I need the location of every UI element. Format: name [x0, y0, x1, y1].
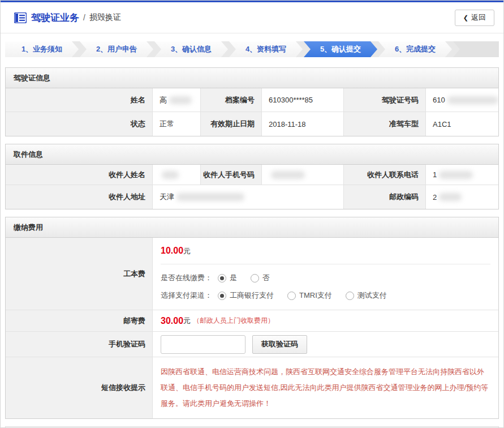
table-row: 收件人地址 天津 邮政编码 2	[6, 185, 498, 209]
breadcrumb-page-title: 损毁换证	[89, 12, 121, 23]
recipient-name-value	[153, 165, 201, 185]
channel-icbc-option[interactable]: 工商银行支付	[218, 290, 274, 301]
sms-code-cell: 获取验证码	[153, 332, 498, 357]
channel-tmri-label: TMRI支付	[299, 290, 332, 301]
online-payment-question: 是否在线缴费：	[161, 273, 212, 283]
chevron-left-icon: ❮	[463, 14, 468, 22]
redaction-blur	[169, 96, 192, 104]
online-no-label: 否	[262, 273, 270, 283]
redaction-blur	[271, 171, 305, 179]
license-number-value: 610	[426, 88, 498, 112]
card-fee-amount: 10.00	[161, 246, 183, 255]
postage-fee-amount: 30.00	[161, 316, 183, 326]
recipient-mobile-value	[262, 165, 344, 185]
step-4-fill-data[interactable]: 4、资料填写	[229, 41, 303, 57]
radio-unselected-icon[interactable]	[287, 292, 296, 300]
file-number-value: 610300****85	[262, 88, 344, 112]
recipient-mobile-label: 收件人手机号码	[201, 165, 262, 185]
pickup-info-section: 取件信息 收件人姓名 收件人手机号码 收件人联系电话 1 收件人地址 天津 邮政…	[5, 144, 499, 209]
redaction-blur	[447, 96, 498, 104]
radio-selected-icon[interactable]	[218, 292, 226, 300]
redaction-blur	[439, 193, 462, 201]
step-2-user-declaration[interactable]: 2、用户申告	[80, 41, 153, 57]
postage-fee-unit: 元	[183, 316, 191, 326]
table-row: 收件人姓名 收件人手机号码 收件人联系电话 1	[6, 165, 498, 185]
redaction-blur	[439, 171, 473, 179]
redaction-blur	[176, 193, 244, 201]
online-yes-option[interactable]: 是	[218, 273, 237, 283]
expiry-date-value: 2018-11-18	[262, 112, 344, 136]
license-number-label: 驾驶证号码	[344, 88, 426, 112]
payment-channel-question: 选择支付渠道：	[161, 290, 212, 301]
channel-icbc-label: 工商银行支付	[230, 290, 274, 301]
sms-notice-row: 短信接收提示 因陕西省联通、电信运营商技术问题，陕西省互联网交通安全综合服务管理…	[6, 357, 498, 418]
sms-notice-text: 因陕西省联通、电信运营商技术问题，陕西省互联网交通安全综合服务管理平台无法向持陕…	[153, 357, 498, 418]
recipient-phone-label: 收件人联系电话	[344, 165, 426, 185]
channel-tmri-option[interactable]: TMRI支付	[287, 290, 332, 301]
radio-unselected-icon[interactable]	[346, 292, 354, 300]
postage-fee-label: 邮寄费	[6, 310, 153, 331]
sms-code-input[interactable]	[161, 335, 245, 354]
vehicle-class-value: A1C1	[426, 112, 498, 136]
expiry-date-label: 有效期止日期	[201, 112, 262, 136]
table-row: 状态 正常 有效期止日期 2018-11-18 准驾车型 A1C1	[6, 112, 498, 136]
sms-code-row: 手机验证码 获取验证码	[6, 332, 498, 357]
name-value: 高	[153, 88, 201, 112]
card-fee-row: 工本费 10.00元 是否在线缴费： 是 否	[6, 238, 498, 310]
card-fee-unit: 元	[183, 247, 191, 255]
payment-channel-question-row: 选择支付渠道： 工商银行支付 TMRI支付 测试支付	[161, 290, 490, 301]
fee-divider	[161, 264, 490, 264]
postal-code-label: 邮政编码	[344, 185, 426, 209]
recipient-address-label: 收件人地址	[6, 185, 153, 209]
postage-fee-cell: 30.00元 （邮政人员上门收取费用）	[153, 310, 498, 331]
status-label: 状态	[6, 112, 153, 136]
redaction-blur	[162, 171, 179, 179]
pickup-info-section-title: 取件信息	[6, 144, 498, 165]
radio-unselected-icon[interactable]	[251, 274, 259, 283]
sms-notice-label: 短信接收提示	[6, 357, 153, 418]
postal-code-value: 2	[426, 185, 498, 209]
card-fee-cell: 10.00元 是否在线缴费： 是 否 选择支付渠道：	[153, 238, 498, 310]
online-no-option[interactable]: 否	[251, 273, 270, 283]
channel-test-label: 测试支付	[357, 290, 387, 301]
license-services-icon	[14, 12, 27, 23]
step-bar-filler	[453, 41, 499, 57]
header: 驾驶证业务 / 损毁换证 ❮ 返回	[1, 2, 503, 33]
back-button[interactable]: ❮ 返回	[455, 10, 494, 26]
online-yes-label: 是	[230, 273, 237, 283]
file-number-label: 档案编号	[201, 88, 262, 112]
card-fee-label: 工本费	[6, 238, 153, 310]
license-info-section: 驾驶证信息 姓名 高 档案编号 610300****85 驾驶证号码 610 状…	[5, 67, 499, 136]
radio-selected-icon[interactable]	[218, 274, 226, 283]
step-wizard: 1、业务须知 2、用户申告 3、确认信息 4、资料填写 5、确认提交 6、完成提…	[5, 41, 499, 57]
postage-fee-row: 邮寄费 30.00元 （邮政人员上门收取费用）	[6, 310, 498, 332]
name-label: 姓名	[6, 88, 153, 112]
recipient-name-label: 收件人姓名	[6, 165, 153, 185]
page-container: 驾驶证业务 / 损毁换证 ❮ 返回 1、业务须知 2、用户申告 3、确认信息 4…	[0, 0, 504, 428]
license-info-section-title: 驾驶证信息	[6, 68, 498, 88]
postage-fee-note: （邮政人员上门收取费用）	[193, 316, 274, 326]
back-button-label: 返回	[471, 12, 486, 23]
card-fee-amount-line: 10.00元	[161, 246, 490, 256]
step-6-complete-submit[interactable]: 6、完成提交	[378, 41, 452, 57]
payment-section: 缴纳费用 工本费 10.00元 是否在线缴费： 是 否	[5, 217, 499, 419]
vehicle-class-label: 准驾车型	[344, 112, 426, 136]
table-row: 姓名 高 档案编号 610300****85 驾驶证号码 610	[6, 88, 498, 112]
get-sms-code-button[interactable]: 获取验证码	[252, 335, 307, 354]
sms-code-label: 手机验证码	[6, 332, 153, 357]
step-1-business-notice[interactable]: 1、业务须知	[5, 41, 79, 57]
recipient-address-value: 天津	[153, 185, 344, 209]
step-3-confirm-info[interactable]: 3、确认信息	[154, 41, 228, 57]
online-payment-question-row: 是否在线缴费： 是 否	[161, 273, 490, 283]
payment-section-title: 缴纳费用	[6, 217, 498, 238]
recipient-phone-value: 1	[426, 165, 498, 185]
step-5-confirm-submit[interactable]: 5、确认提交	[304, 41, 377, 57]
breadcrumb-separator: /	[83, 13, 85, 22]
app-title: 驾驶证业务	[31, 11, 79, 24]
status-value: 正常	[153, 112, 201, 136]
channel-test-option[interactable]: 测试支付	[346, 290, 387, 301]
